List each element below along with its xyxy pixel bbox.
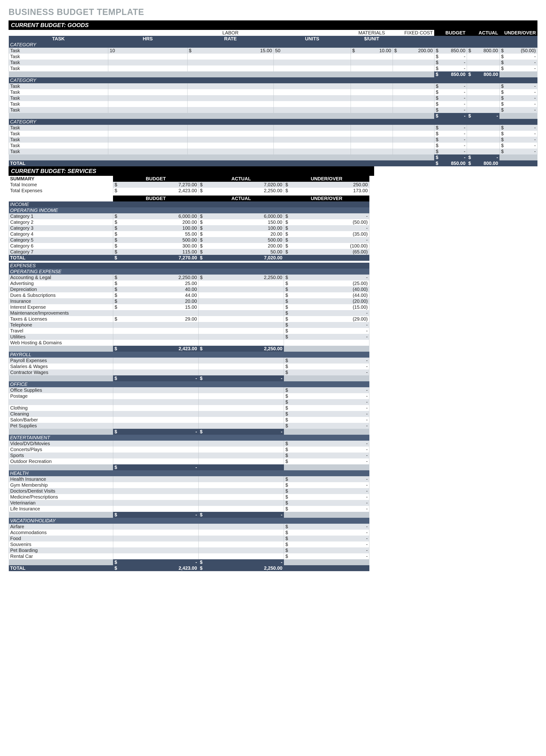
unit-price-cell[interactable] xyxy=(351,95,393,101)
hrs-cell[interactable] xyxy=(108,65,187,71)
expense-actual-cell[interactable] xyxy=(198,292,284,298)
units-cell[interactable]: 50 xyxy=(274,48,351,54)
expense-budget-cell[interactable]: $20.00 xyxy=(113,298,198,304)
expense-actual-cell[interactable] xyxy=(198,547,284,553)
expense-actual-cell[interactable] xyxy=(198,411,284,417)
expense-budget-cell[interactable] xyxy=(113,453,198,458)
unit-price-cell[interactable] xyxy=(351,131,393,137)
fixed-cost-cell[interactable] xyxy=(393,137,434,143)
expense-label-cell[interactable]: Accounting & Legal xyxy=(9,275,113,280)
expense-budget-cell[interactable] xyxy=(113,441,198,447)
expense-budget-cell[interactable] xyxy=(113,500,198,506)
units-cell[interactable] xyxy=(274,65,351,71)
income-budget-cell[interactable]: $6,000.00 xyxy=(113,213,198,219)
income-actual-cell[interactable]: $150.00 xyxy=(198,219,284,225)
units-cell[interactable] xyxy=(274,143,351,149)
expense-budget-cell[interactable] xyxy=(113,369,198,375)
fixed-cost-cell[interactable] xyxy=(393,143,434,149)
expense-actual-cell[interactable] xyxy=(198,358,284,364)
rate-cell[interactable] xyxy=(187,60,274,65)
rate-cell[interactable] xyxy=(187,107,274,113)
expense-budget-cell[interactable] xyxy=(113,458,198,464)
hrs-cell[interactable] xyxy=(108,60,187,65)
expense-budget-cell[interactable]: $29.00 xyxy=(113,316,198,322)
expense-budget-cell[interactable] xyxy=(113,411,198,417)
expense-budget-cell[interactable]: $40.00 xyxy=(113,286,198,292)
hrs-cell[interactable] xyxy=(108,107,187,113)
rate-cell[interactable] xyxy=(187,95,274,101)
unit-price-cell[interactable] xyxy=(351,89,393,95)
expense-actual-cell[interactable] xyxy=(198,310,284,316)
expense-label-cell[interactable]: Depreciation xyxy=(9,286,113,292)
expense-budget-cell[interactable] xyxy=(113,506,198,512)
units-cell[interactable] xyxy=(274,95,351,101)
fixed-cost-cell[interactable] xyxy=(393,107,434,113)
units-cell[interactable] xyxy=(274,125,351,131)
expense-budget-cell[interactable] xyxy=(113,536,198,541)
expense-label-cell[interactable]: Maintenance/Improvements xyxy=(9,310,113,316)
income-actual-cell[interactable]: $200.00 xyxy=(198,243,284,249)
expense-actual-cell[interactable] xyxy=(198,369,284,375)
income-label-cell[interactable]: Category 1 xyxy=(9,213,113,219)
income-actual-cell[interactable]: $500.00 xyxy=(198,237,284,243)
income-budget-cell[interactable]: $300.00 xyxy=(113,243,198,249)
income-budget-cell[interactable]: $55.00 xyxy=(113,231,198,237)
expense-actual-cell[interactable] xyxy=(198,286,284,292)
income-actual-cell[interactable]: $20.00 xyxy=(198,231,284,237)
expense-budget-cell[interactable] xyxy=(113,399,198,405)
expense-label-cell[interactable]: Clothing xyxy=(9,405,113,411)
unit-price-cell[interactable] xyxy=(351,107,393,113)
expense-label-cell[interactable]: Interest Expense xyxy=(9,304,113,310)
expense-actual-cell[interactable] xyxy=(198,524,284,530)
expense-actual-cell[interactable] xyxy=(198,553,284,559)
expense-label-cell[interactable]: Telephone xyxy=(9,322,113,328)
expense-budget-cell[interactable] xyxy=(113,393,198,399)
fixed-cost-cell[interactable]: $200.00 xyxy=(393,48,434,54)
expense-label-cell[interactable]: Airfare xyxy=(9,524,113,530)
hrs-cell[interactable] xyxy=(108,101,187,107)
expense-label-cell[interactable]: Souvenirs xyxy=(9,541,113,547)
expense-label-cell[interactable]: Rental Car xyxy=(9,553,113,559)
expense-actual-cell[interactable] xyxy=(198,541,284,547)
units-cell[interactable] xyxy=(274,83,351,89)
expense-label-cell[interactable]: Medicine/Prescriptions xyxy=(9,494,113,500)
expense-actual-cell[interactable] xyxy=(198,530,284,536)
expense-budget-cell[interactable] xyxy=(113,482,198,488)
unit-price-cell[interactable] xyxy=(351,83,393,89)
expense-budget-cell[interactable]: $25.00 xyxy=(113,280,198,286)
actual-cell[interactable] xyxy=(467,107,499,113)
expense-label-cell[interactable]: Insurance xyxy=(9,298,113,304)
task-name-cell[interactable]: Task xyxy=(9,60,108,65)
units-cell[interactable] xyxy=(274,131,351,137)
expense-budget-cell[interactable] xyxy=(113,328,198,334)
actual-cell[interactable] xyxy=(467,54,499,60)
hrs-cell[interactable]: 10 xyxy=(108,48,187,54)
task-name-cell[interactable]: Task xyxy=(9,125,108,131)
fixed-cost-cell[interactable] xyxy=(393,95,434,101)
income-actual-cell[interactable]: $50.00 xyxy=(198,249,284,255)
unit-price-cell[interactable] xyxy=(351,125,393,131)
income-budget-cell[interactable]: $500.00 xyxy=(113,237,198,243)
expense-label-cell[interactable]: Outdoor Recreation xyxy=(9,458,113,464)
expense-label-cell[interactable]: Doctors/Dentist Visits xyxy=(9,488,113,494)
expense-actual-cell[interactable] xyxy=(198,298,284,304)
expense-budget-cell[interactable]: $2,250.00 xyxy=(113,275,198,280)
rate-cell[interactable] xyxy=(187,131,274,137)
task-name-cell[interactable]: Task xyxy=(9,149,108,154)
expense-label-cell[interactable]: Utilities xyxy=(9,334,113,340)
hrs-cell[interactable] xyxy=(108,143,187,149)
actual-cell[interactable] xyxy=(467,89,499,95)
expense-label-cell[interactable]: Salaries & Wages xyxy=(9,364,113,369)
expense-label-cell[interactable]: Postage xyxy=(9,393,113,399)
unit-price-cell[interactable] xyxy=(351,137,393,143)
expense-label-cell[interactable]: Cleaning xyxy=(9,411,113,417)
task-name-cell[interactable]: Task xyxy=(9,83,108,89)
rate-cell[interactable] xyxy=(187,143,274,149)
expense-label-cell[interactable]: Dues & Subscriptions xyxy=(9,292,113,298)
income-label-cell[interactable]: Category 3 xyxy=(9,225,113,231)
expense-budget-cell[interactable]: $44.00 xyxy=(113,292,198,298)
expense-budget-cell[interactable] xyxy=(113,322,198,328)
expense-budget-cell[interactable] xyxy=(113,340,198,346)
expense-budget-cell[interactable] xyxy=(113,358,198,364)
hrs-cell[interactable] xyxy=(108,89,187,95)
